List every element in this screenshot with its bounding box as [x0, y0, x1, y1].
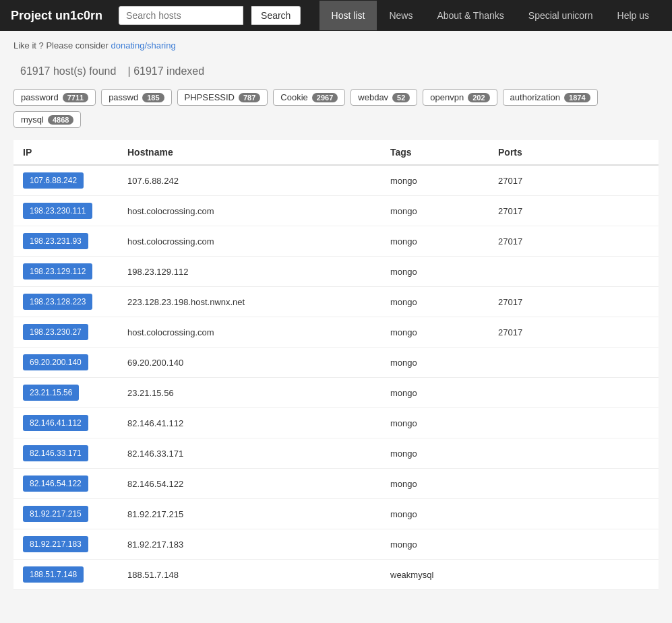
donate-link[interactable]: donating/sharing [111, 40, 176, 51]
cell-tags: mongo [381, 408, 489, 438]
table-row: 81.92.217.183 81.92.217.183 mongo [13, 529, 659, 560]
filter-badge: 185 [142, 93, 164, 102]
ip-button[interactable]: 81.92.217.183 [23, 536, 88, 552]
cell-ports [489, 438, 659, 469]
col-header-ports: Ports [489, 140, 659, 165]
filter-badge: 2967 [312, 93, 338, 102]
cell-ports [489, 348, 659, 378]
cell-ip: 198.23.231.93 [13, 226, 118, 257]
main-content: Like it ? Please consider donating/shari… [0, 31, 672, 599]
ip-button[interactable]: 198.23.230.111 [23, 203, 92, 219]
ip-button[interactable]: 107.6.88.242 [23, 172, 84, 189]
search-button[interactable]: Search [251, 6, 301, 25]
cell-ip: 198.23.230.111 [13, 196, 118, 226]
cell-tags: mongo [381, 378, 489, 408]
cell-ports [489, 257, 659, 287]
filter-tag-passwd[interactable]: passwd185 [101, 89, 171, 106]
ip-button[interactable]: 188.51.7.148 [23, 566, 84, 583]
cell-ports [489, 408, 659, 438]
cell-tags: mongo [381, 529, 489, 560]
cell-ports: 27017 [489, 196, 659, 226]
filter-tag-mysql[interactable]: mysql4868 [13, 111, 81, 128]
filter-tag-password[interactable]: password7711 [13, 89, 96, 106]
cell-tags: mongo [381, 165, 489, 196]
table-row: 198.23.230.27 host.colocrossing.com mong… [13, 317, 659, 348]
filter-badge: 1874 [564, 93, 590, 102]
cell-ip: 107.6.88.242 [13, 165, 118, 196]
table-row: 23.21.15.56 23.21.15.56 mongo [13, 378, 659, 408]
cell-ip: 198.23.128.223 [13, 287, 118, 317]
ip-button[interactable]: 198.23.128.223 [23, 294, 92, 310]
table-row: 82.146.54.122 82.146.54.122 mongo [13, 469, 659, 499]
filter-label: mysql [21, 114, 44, 125]
filter-tag-authorization[interactable]: authorization1874 [503, 89, 598, 106]
ip-button[interactable]: 69.20.200.140 [23, 354, 88, 370]
ip-button[interactable]: 198.23.231.93 [23, 233, 88, 249]
cell-tags: mongo [381, 287, 489, 317]
donate-bar: Like it ? Please consider donating/shari… [13, 40, 659, 51]
nav-links: Host list News About & Thanks Special un… [319, 1, 661, 30]
filter-label: openvpn [430, 92, 464, 102]
col-header-ip: IP [13, 140, 118, 165]
nav-help-us[interactable]: Help us [605, 1, 661, 30]
filter-tag-openvpn[interactable]: openvpn202 [423, 89, 497, 106]
cell-ports [489, 378, 659, 408]
nav-host-list[interactable]: Host list [319, 1, 377, 30]
cell-ports: 27017 [489, 226, 659, 257]
table-row: 82.146.33.171 82.146.33.171 mongo [13, 438, 659, 469]
filter-label: webdav [358, 92, 388, 102]
cell-ip: 188.51.7.148 [13, 560, 118, 590]
filter-badge: 202 [468, 93, 489, 102]
nav-special-unicorn[interactable]: Special unicorn [516, 1, 605, 30]
table-row: 198.23.129.112 198.23.129.112 mongo [13, 257, 659, 287]
cell-ip: 69.20.200.140 [13, 348, 118, 378]
cell-hostname: 198.23.129.112 [118, 257, 381, 287]
cell-tags: mongo [381, 438, 489, 469]
cell-hostname: 223.128.23.198.host.nwnx.net [118, 287, 381, 317]
cell-ports [489, 469, 659, 499]
nav-news[interactable]: News [377, 1, 425, 30]
cell-tags: mongo [381, 196, 489, 226]
filter-label: passwd [109, 92, 138, 102]
table-row: 198.23.231.93 host.colocrossing.com mong… [13, 226, 659, 257]
filter-label: password [21, 92, 59, 102]
ip-button[interactable]: 198.23.129.112 [23, 263, 92, 280]
table-row: 82.146.41.112 82.146.41.112 mongo [13, 408, 659, 438]
filter-label: PHPSESSID [185, 92, 235, 102]
cell-ports [489, 529, 659, 560]
filter-badge: 787 [239, 93, 260, 102]
filter-tag-PHPSESSID[interactable]: PHPSESSID787 [177, 89, 268, 106]
table-row: 198.23.230.111 host.colocrossing.com mon… [13, 196, 659, 226]
cell-ports [489, 499, 659, 529]
ip-button[interactable]: 82.146.41.112 [23, 415, 88, 431]
hosts-found-heading: 61917 host(s) found | 61917 indexed [13, 59, 659, 79]
cell-hostname: 81.92.217.183 [118, 529, 381, 560]
ip-button[interactable]: 198.23.230.27 [23, 324, 88, 340]
filter-tag-webdav[interactable]: webdav52 [350, 89, 417, 106]
ip-button[interactable]: 23.21.15.56 [23, 385, 79, 401]
donate-text: Like it ? Please consider [13, 40, 111, 51]
table-header-row: IP Hostname Tags Ports [13, 140, 659, 165]
cell-hostname: 69.20.200.140 [118, 348, 381, 378]
col-header-tags: Tags [381, 140, 489, 165]
hosts-found-count: 61917 host(s) found [20, 65, 116, 77]
cell-ip: 198.23.129.112 [13, 257, 118, 287]
cell-ports: 27017 [489, 317, 659, 348]
search-input[interactable] [119, 6, 243, 25]
cell-tags: mongo [381, 348, 489, 378]
cell-ip: 81.92.217.183 [13, 529, 118, 560]
ip-button[interactable]: 82.146.33.171 [23, 445, 88, 461]
ip-button[interactable]: 82.146.54.122 [23, 476, 88, 492]
cell-tags: mongo [381, 469, 489, 499]
cell-ip: 81.92.217.215 [13, 499, 118, 529]
table-row: 188.51.7.148 188.51.7.148 weakmysql [13, 560, 659, 590]
cell-hostname: host.colocrossing.com [118, 196, 381, 226]
ip-button[interactable]: 81.92.217.215 [23, 506, 88, 522]
cell-hostname: 188.51.7.148 [118, 560, 381, 590]
table-row: 69.20.200.140 69.20.200.140 mongo [13, 348, 659, 378]
cell-tags: mongo [381, 499, 489, 529]
cell-hostname: 23.21.15.56 [118, 378, 381, 408]
nav-about[interactable]: About & Thanks [425, 1, 516, 30]
filter-tag-Cookie[interactable]: Cookie2967 [273, 89, 345, 106]
cell-ip: 82.146.54.122 [13, 469, 118, 499]
